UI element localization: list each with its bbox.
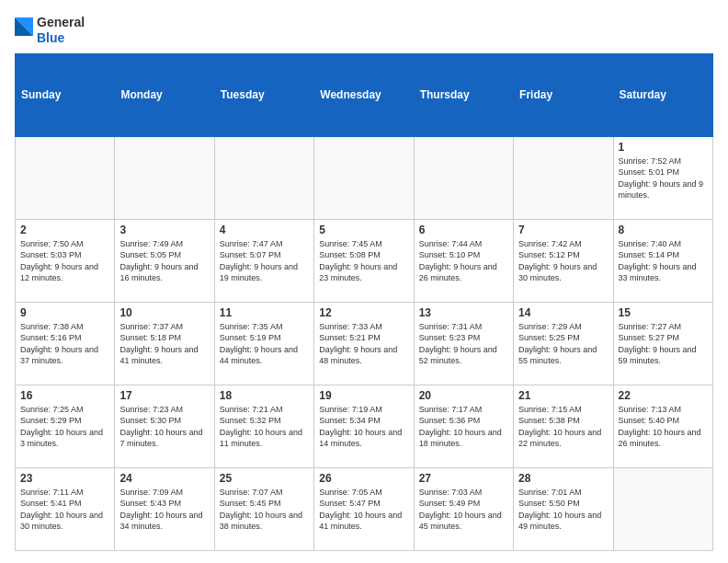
day-number: 25 [220,472,309,485]
day-info: Sunrise: 7:05 AM Sunset: 5:47 PM Dayligh… [319,487,408,533]
logo-blue: Blue [37,30,85,46]
page-header: General Blue [15,15,713,46]
day-info: Sunrise: 7:52 AM Sunset: 5:01 PM Dayligh… [619,155,708,201]
day-number: 28 [518,472,608,485]
calendar-cell [314,136,414,219]
calendar-week-row: 23Sunrise: 7:11 AM Sunset: 5:41 PM Dayli… [16,467,713,550]
calendar-cell: 19Sunrise: 7:19 AM Sunset: 5:34 PM Dayli… [314,385,414,467]
calendar-table: SundayMondayTuesdayWednesdayThursdayFrid… [15,53,713,551]
day-info: Sunrise: 7:37 AM Sunset: 5:18 PM Dayligh… [119,321,209,367]
calendar-cell: 18Sunrise: 7:21 AM Sunset: 5:32 PM Dayli… [214,385,313,467]
day-number: 8 [619,224,708,236]
day-number: 13 [419,306,508,319]
day-number: 27 [419,472,508,485]
day-info: Sunrise: 7:44 AM Sunset: 5:10 PM Dayligh… [419,238,508,284]
calendar-week-row: 1Sunrise: 7:52 AM Sunset: 5:01 PM Daylig… [16,136,713,219]
day-number: 20 [419,389,508,402]
day-number: 18 [220,389,309,402]
day-number: 11 [220,306,309,319]
calendar-cell: 9Sunrise: 7:38 AM Sunset: 5:16 PM Daylig… [16,302,115,385]
calendar-cell: 13Sunrise: 7:31 AM Sunset: 5:23 PM Dayli… [414,302,513,385]
calendar-week-row: 16Sunrise: 7:25 AM Sunset: 5:29 PM Dayli… [16,385,713,467]
day-info: Sunrise: 7:29 AM Sunset: 5:25 PM Dayligh… [518,321,608,367]
day-number: 23 [20,472,109,485]
day-info: Sunrise: 7:21 AM Sunset: 5:32 PM Dayligh… [220,404,309,450]
calendar-cell: 14Sunrise: 7:29 AM Sunset: 5:25 PM Dayli… [514,302,613,385]
day-info: Sunrise: 7:19 AM Sunset: 5:34 PM Dayligh… [319,404,408,450]
day-info: Sunrise: 7:47 AM Sunset: 5:07 PM Dayligh… [220,238,309,284]
weekday-header: Thursday [414,53,513,136]
day-number: 15 [619,306,708,319]
day-number: 16 [20,389,109,402]
day-info: Sunrise: 7:50 AM Sunset: 5:03 PM Dayligh… [20,238,109,284]
weekday-header: Sunday [16,53,115,136]
day-number: 21 [518,389,608,402]
calendar-cell: 8Sunrise: 7:40 AM Sunset: 5:14 PM Daylig… [613,219,712,302]
logo-general: General [37,15,85,30]
calendar-cell: 24Sunrise: 7:09 AM Sunset: 5:43 PM Dayli… [115,467,214,550]
calendar-cell: 22Sunrise: 7:13 AM Sunset: 5:40 PM Dayli… [613,385,712,467]
day-info: Sunrise: 7:23 AM Sunset: 5:30 PM Dayligh… [119,404,209,450]
calendar-cell: 3Sunrise: 7:49 AM Sunset: 5:05 PM Daylig… [115,219,214,302]
day-info: Sunrise: 7:15 AM Sunset: 5:38 PM Dayligh… [518,404,608,450]
day-number: 1 [619,141,708,154]
day-info: Sunrise: 7:38 AM Sunset: 5:16 PM Dayligh… [20,321,109,367]
day-number: 17 [119,389,209,402]
calendar-cell [613,467,712,550]
calendar-cell: 28Sunrise: 7:01 AM Sunset: 5:50 PM Dayli… [514,467,613,550]
weekday-header: Monday [115,53,214,136]
day-info: Sunrise: 7:11 AM Sunset: 5:41 PM Dayligh… [20,487,109,533]
weekday-header: Saturday [613,53,712,136]
calendar-header-row: SundayMondayTuesdayWednesdayThursdayFrid… [16,53,713,136]
day-info: Sunrise: 7:40 AM Sunset: 5:14 PM Dayligh… [619,238,708,284]
calendar-cell: 10Sunrise: 7:37 AM Sunset: 5:18 PM Dayli… [115,302,214,385]
calendar-cell [214,136,313,219]
calendar-week-row: 9Sunrise: 7:38 AM Sunset: 5:16 PM Daylig… [16,302,713,385]
logo: General Blue [15,15,85,46]
calendar-cell: 4Sunrise: 7:47 AM Sunset: 5:07 PM Daylig… [214,219,313,302]
calendar-cell: 26Sunrise: 7:05 AM Sunset: 5:47 PM Dayli… [314,467,414,550]
day-number: 7 [518,224,608,236]
calendar-cell: 25Sunrise: 7:07 AM Sunset: 5:45 PM Dayli… [214,467,313,550]
calendar-cell [115,136,214,219]
day-info: Sunrise: 7:13 AM Sunset: 5:40 PM Dayligh… [619,404,708,450]
day-number: 6 [419,224,508,236]
day-info: Sunrise: 7:33 AM Sunset: 5:21 PM Dayligh… [319,321,408,367]
calendar-cell [514,136,613,219]
day-info: Sunrise: 7:45 AM Sunset: 5:08 PM Dayligh… [319,238,408,284]
calendar-cell [16,136,115,219]
calendar-cell: 1Sunrise: 7:52 AM Sunset: 5:01 PM Daylig… [613,136,712,219]
day-number: 2 [20,224,109,236]
calendar-cell: 2Sunrise: 7:50 AM Sunset: 5:03 PM Daylig… [16,219,115,302]
calendar-cell: 15Sunrise: 7:27 AM Sunset: 5:27 PM Dayli… [613,302,712,385]
day-number: 5 [319,224,408,236]
calendar-cell: 7Sunrise: 7:42 AM Sunset: 5:12 PM Daylig… [514,219,613,302]
day-info: Sunrise: 7:42 AM Sunset: 5:12 PM Dayligh… [518,238,608,284]
day-info: Sunrise: 7:35 AM Sunset: 5:19 PM Dayligh… [220,321,309,367]
day-number: 9 [20,306,109,319]
calendar-cell: 23Sunrise: 7:11 AM Sunset: 5:41 PM Dayli… [16,467,115,550]
calendar-cell: 27Sunrise: 7:03 AM Sunset: 5:49 PM Dayli… [414,467,513,550]
day-info: Sunrise: 7:17 AM Sunset: 5:36 PM Dayligh… [419,404,508,450]
logo-triangle-icon [15,17,33,43]
calendar-cell: 20Sunrise: 7:17 AM Sunset: 5:36 PM Dayli… [414,385,513,467]
calendar-cell: 21Sunrise: 7:15 AM Sunset: 5:38 PM Dayli… [514,385,613,467]
day-number: 19 [319,389,408,402]
day-number: 10 [119,306,209,319]
day-info: Sunrise: 7:27 AM Sunset: 5:27 PM Dayligh… [619,321,708,367]
calendar-cell: 6Sunrise: 7:44 AM Sunset: 5:10 PM Daylig… [414,219,513,302]
weekday-header: Wednesday [314,53,414,136]
day-number: 24 [119,472,209,485]
weekday-header: Friday [514,53,613,136]
weekday-header: Tuesday [214,53,313,136]
calendar-week-row: 2Sunrise: 7:50 AM Sunset: 5:03 PM Daylig… [16,219,713,302]
calendar-cell: 12Sunrise: 7:33 AM Sunset: 5:21 PM Dayli… [314,302,414,385]
day-info: Sunrise: 7:09 AM Sunset: 5:43 PM Dayligh… [119,487,209,533]
day-info: Sunrise: 7:31 AM Sunset: 5:23 PM Dayligh… [419,321,508,367]
day-info: Sunrise: 7:49 AM Sunset: 5:05 PM Dayligh… [119,238,209,284]
day-info: Sunrise: 7:01 AM Sunset: 5:50 PM Dayligh… [518,487,608,533]
day-number: 14 [518,306,608,319]
day-info: Sunrise: 7:25 AM Sunset: 5:29 PM Dayligh… [20,404,109,450]
logo-text: General Blue [37,15,85,46]
calendar-cell [414,136,513,219]
